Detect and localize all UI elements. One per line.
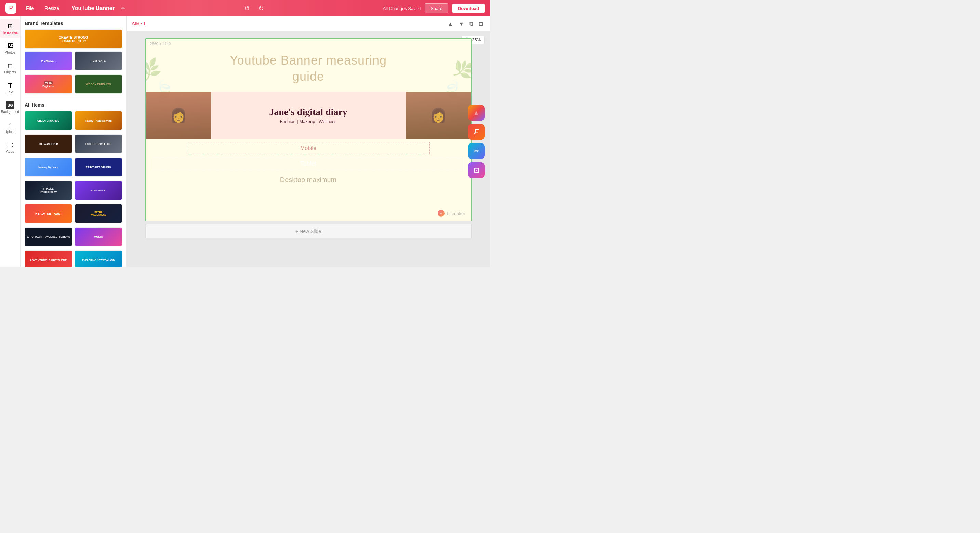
slide-up-button[interactable]: ▲ xyxy=(446,19,455,29)
menu-resize[interactable]: Resize xyxy=(42,4,62,12)
app-logo[interactable]: P xyxy=(5,3,16,14)
slide-canvas[interactable]: 2560 x 1440 🌿 🍃 🌿 🍃 Youtube Banner measu… xyxy=(145,38,471,221)
template-thumb-destinations[interactable]: 10 POPULAR TRAVEL DESTINATIONS xyxy=(25,227,72,246)
canvas-area: Slide 1 ▲ ▼ ⧉ ⊞ 🔍 35% 2560 x 1440 🌿 🍃 xyxy=(127,16,490,266)
template-thumb-thanksgiving[interactable]: Happy Thanksgiving xyxy=(75,111,123,130)
template-thumb-run[interactable]: READY SET RUN! xyxy=(25,204,72,223)
template-panel: Brand Templates CREATE STRONG BRAND IDEN… xyxy=(21,16,127,266)
sidebar-icons: ⊞ Templates 🖼 Photos ◻ Objects T Text BG… xyxy=(0,16,21,266)
banner-title: Jane's digital diary xyxy=(269,106,347,117)
template-thumb-newzealand[interactable]: EXPLORING NEW ZEALAND xyxy=(75,251,123,266)
picmaker-brand: P Picmaker xyxy=(438,210,465,217)
template-thumb-yoga[interactable]: Yoga Beginners xyxy=(25,75,72,94)
apps-icon: ⋮⋮ xyxy=(6,141,14,149)
template-thumb-brand3[interactable]: TEMPLATE xyxy=(75,51,123,70)
sidebar-item-upload[interactable]: ↑ Upload xyxy=(0,118,20,136)
undo-button[interactable]: ↺ xyxy=(244,4,250,12)
right-photos: 👩 xyxy=(406,92,471,140)
doc-title: YouTube Banner xyxy=(72,5,115,11)
all-template-grid1: Yoga Beginners WOODY PURSUITS xyxy=(25,75,122,94)
canvas-scroll[interactable]: 2560 x 1440 🌿 🍃 🌿 🍃 Youtube Banner measu… xyxy=(127,32,490,266)
template-thumb-brand2[interactable]: PICMAKER xyxy=(25,51,72,70)
template-thumb-music[interactable]: SOUL MUSIC xyxy=(75,181,123,200)
download-button[interactable]: Download xyxy=(452,4,485,13)
text-icon: T xyxy=(6,81,14,89)
guide-line1: Youtube Banner measuring xyxy=(146,52,471,69)
apps-label: Apps xyxy=(6,150,14,154)
template-thumb-travel[interactable]: TRAVELPhotography xyxy=(25,181,72,200)
image-tool-button[interactable]: ⊡ xyxy=(468,162,485,178)
photos-icon: 🖼 xyxy=(6,42,14,50)
zones-container: Mobile Tablet Desktop maximum xyxy=(146,140,471,189)
sidebar-item-apps[interactable]: ⋮⋮ Apps xyxy=(0,138,20,157)
template-thumb-organics[interactable]: GREEN ORGANICS xyxy=(25,111,72,130)
thumb-inner-adventure: ADVENTURE IS OUT THERE xyxy=(25,251,72,266)
slide-down-button[interactable]: ▼ xyxy=(457,19,465,29)
canvas-topbar: Slide 1 ▲ ▼ ⧉ ⊞ xyxy=(127,16,490,32)
all-template-grid3: THE WANDERER BUDGET TRAVELLING xyxy=(25,134,122,154)
sidebar-item-objects[interactable]: ◻ Objects xyxy=(0,59,20,77)
edit-title-icon[interactable]: ✏ xyxy=(121,5,126,11)
objects-icon: ◻ xyxy=(6,62,14,70)
all-template-grid6: READY SET RUN! IN THEWILDERNESS xyxy=(25,204,122,223)
topbar: P File Resize YouTube Banner ✏ ↺ ↻ All C… xyxy=(0,0,490,16)
thumb-inner-brand2: PICMAKER xyxy=(25,52,72,70)
dimension-label: 2560 x 1440 xyxy=(150,42,171,46)
new-slide-button[interactable]: + New Slide xyxy=(145,224,471,238)
all-template-grid7: 10 POPULAR TRAVEL DESTINATIONS MUSIC xyxy=(25,227,122,246)
banner-main[interactable]: 👩 👩 Jane's digital diary xyxy=(146,92,471,140)
template-thumb-music2[interactable]: MUSIC xyxy=(75,227,123,246)
templates-label: Templates xyxy=(2,31,18,35)
sidebar-item-templates[interactable]: ⊞ Templates xyxy=(0,19,20,38)
redo-button[interactable]: ↻ xyxy=(258,4,264,12)
template-thumb-brand1[interactable]: CREATE STRONG BRAND IDENTITY xyxy=(25,29,122,49)
gradient-tool-button[interactable]: ▲ xyxy=(468,105,485,121)
duplicate-slide-button[interactable]: ⧉ xyxy=(468,19,475,29)
thumb-inner-brand3: TEMPLATE xyxy=(75,52,122,70)
banner-center-text: Jane's digital diary Fashion | Makeup | … xyxy=(262,106,354,124)
image-icon: ⊡ xyxy=(474,166,479,174)
template-thumb-woody[interactable]: WOODY PURSUITS xyxy=(75,75,123,94)
template-thumb-wanderer[interactable]: THE WANDERER xyxy=(25,134,72,154)
all-items-heading: All Items xyxy=(25,102,122,108)
font-icon: F xyxy=(474,127,478,136)
template-thumb-wilderness[interactable]: IN THEWILDERNESS xyxy=(75,204,123,223)
thumb-inner-paint: PAINT ART STUDIO xyxy=(75,158,122,176)
thumb-inner-music: SOUL MUSIC xyxy=(75,181,122,200)
topbar-right-controls: All Changes Saved Share Download xyxy=(383,3,485,13)
thumb-inner-wilderness: IN THEWILDERNESS xyxy=(75,204,122,223)
sidebar-item-text[interactable]: T Text xyxy=(0,79,20,97)
objects-label: Objects xyxy=(5,70,16,75)
sidebar-item-photos[interactable]: 🖼 Photos xyxy=(0,39,20,57)
thumb-inner-travel: TRAVELPhotography xyxy=(25,181,72,200)
right-photo-1: 👩 xyxy=(406,92,471,140)
gradient-icon: ▲ xyxy=(473,109,480,117)
thumb-inner-brand1: CREATE STRONG BRAND IDENTITY xyxy=(25,30,122,48)
menu-file[interactable]: File xyxy=(23,4,37,12)
zone-mobile: Mobile xyxy=(187,142,430,154)
thumb-inner-organics: GREEN ORGANICS xyxy=(25,111,72,130)
template-thumb-budget[interactable]: BUDGET TRAVELLING xyxy=(75,134,123,154)
sidebar-item-background[interactable]: BG Background xyxy=(0,98,20,117)
all-template-grid5: TRAVELPhotography SOUL MUSIC xyxy=(25,181,122,200)
mobile-label: Mobile xyxy=(300,145,316,151)
left-photos: 👩 xyxy=(146,92,211,140)
add-slide-button[interactable]: ⊞ xyxy=(477,19,485,29)
share-button[interactable]: Share xyxy=(425,3,448,13)
template-thumb-paint[interactable]: PAINT ART STUDIO xyxy=(75,157,123,177)
all-template-grid8: ADVENTURE IS OUT THERE EXPLORING NEW ZEA… xyxy=(25,251,122,266)
zoom-value: 35% xyxy=(472,37,481,42)
main-layout: ⊞ Templates 🖼 Photos ◻ Objects T Text BG… xyxy=(0,16,490,266)
tablet-label: Tablet xyxy=(300,160,316,167)
template-thumb-makeup[interactable]: Makeup By Laura xyxy=(25,157,72,177)
thumb-inner-makeup: Makeup By Laura xyxy=(25,158,72,176)
brush-tool-button[interactable]: ✏ xyxy=(468,143,485,159)
font-tool-button[interactable]: F xyxy=(468,124,485,140)
template-thumb-adventure[interactable]: ADVENTURE IS OUT THERE xyxy=(25,251,72,266)
brand-templates-heading: Brand Templates xyxy=(25,21,122,26)
section-divider xyxy=(25,98,122,98)
zone-tablet: Tablet xyxy=(153,157,464,170)
background-label: Background xyxy=(1,110,19,114)
thumb-inner-destinations: 10 POPULAR TRAVEL DESTINATIONS xyxy=(25,228,72,246)
topbar-menu: File Resize xyxy=(23,4,62,12)
